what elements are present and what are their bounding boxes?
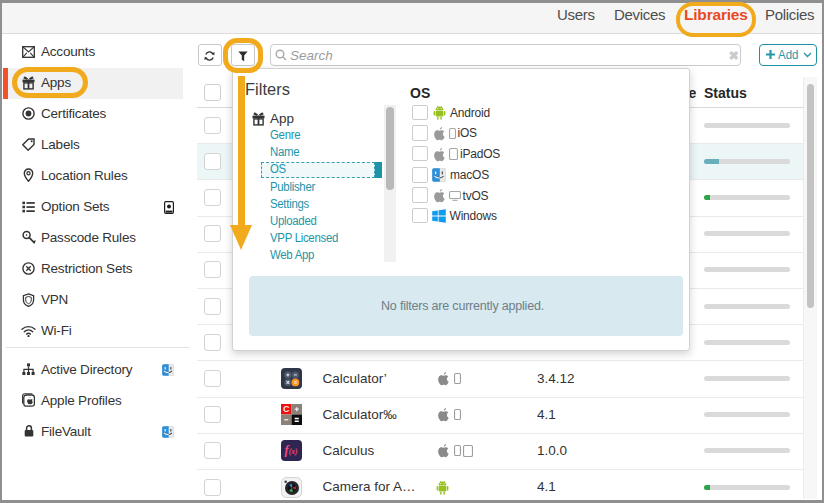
svg-text:C: C — [282, 404, 289, 414]
